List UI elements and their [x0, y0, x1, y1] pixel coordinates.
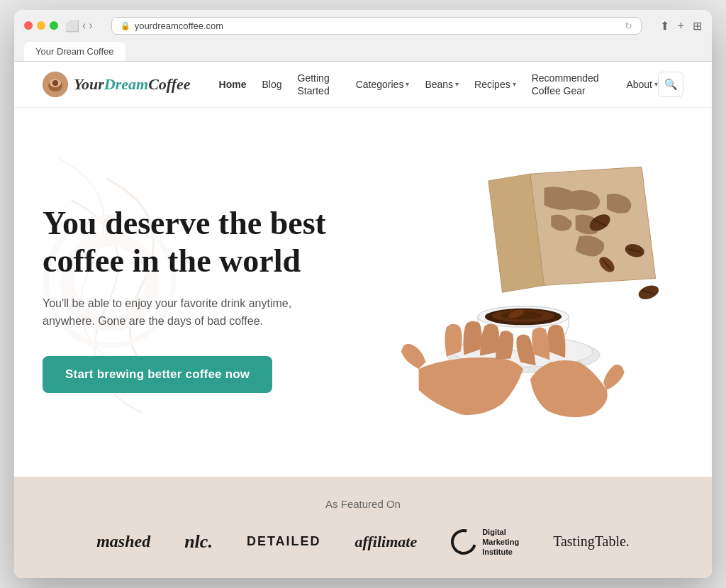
- nav-item-getting-started[interactable]: Getting Started: [298, 72, 340, 97]
- brand-mashed: mashed: [96, 532, 150, 551]
- browser-tab[interactable]: Your Dream Coffee: [24, 42, 125, 61]
- new-tab-icon[interactable]: +: [678, 19, 684, 33]
- svg-point-3: [52, 80, 58, 86]
- lock-icon: 🔒: [121, 21, 130, 30]
- featured-title: As Featured On: [43, 498, 683, 510]
- address-bar[interactable]: 🔒 yourdreamcoffee.com ↻: [111, 17, 642, 35]
- traffic-lights: [24, 21, 58, 30]
- nav-item-recipes[interactable]: Recipes ▾: [474, 79, 516, 90]
- nav-link-about[interactable]: About ▾: [626, 79, 658, 90]
- left-hand: [401, 321, 523, 414]
- logo-text: YourDreamCoffee: [74, 75, 191, 94]
- dmi-text: DigitalMarketingInstitute: [482, 527, 519, 558]
- website-content: YourDreamCoffee Home Blog Getting Starte…: [14, 62, 712, 579]
- nav-link-beans[interactable]: Beans ▾: [425, 79, 459, 90]
- grid-icon[interactable]: ⊞: [693, 19, 702, 33]
- beans-dropdown-arrow: ▾: [455, 80, 459, 88]
- url-text: yourdreamcoffee.com: [135, 21, 224, 31]
- brand-affilimate: affilimate: [355, 533, 418, 551]
- nav-item-categories[interactable]: Categories ▾: [356, 79, 410, 90]
- nav-arrows: ⬜ ‹ ›: [65, 19, 93, 33]
- back-button[interactable]: ‹: [82, 19, 86, 33]
- hero-illustration-container: [363, 150, 683, 448]
- brand-detailed: DETAILED: [247, 534, 321, 549]
- browser-window: ⬜ ‹ › 🔒 yourdreamcoffee.com ↻ ⬆ + ⊞ Your…: [14, 10, 712, 579]
- share-icon[interactable]: ⬆: [660, 19, 669, 33]
- hero-title: You deserve the best coffee in the world: [43, 205, 363, 280]
- nav-link-categories[interactable]: Categories ▾: [356, 79, 410, 90]
- site-nav: YourDreamCoffee Home Blog Getting Starte…: [14, 62, 712, 108]
- window-icon: ⬜: [65, 19, 79, 33]
- nav-item-home[interactable]: Home: [219, 78, 247, 91]
- recipes-dropdown-arrow: ▾: [513, 80, 516, 88]
- nav-link-recipes[interactable]: Recipes ▾: [474, 79, 516, 90]
- hero-section: You deserve the best coffee in the world…: [14, 108, 712, 477]
- browser-right-icons: ⬆ + ⊞: [660, 19, 702, 33]
- logo-icon: [43, 72, 68, 97]
- nav-link-home[interactable]: Home: [219, 79, 247, 90]
- hero-subtitle: You'll be able to enjoy your favorite dr…: [43, 294, 340, 331]
- tab-label: Your Dream Coffee: [35, 46, 114, 57]
- refresh-icon[interactable]: ↻: [625, 21, 632, 31]
- nav-links-list: Home Blog Getting Started Categories ▾ B…: [219, 72, 658, 97]
- nav-item-blog[interactable]: Blog: [262, 78, 282, 91]
- nav-item-gear[interactable]: Recommended Coffee Gear: [532, 72, 611, 97]
- logo-link[interactable]: YourDreamCoffee: [43, 72, 191, 97]
- close-button[interactable]: [24, 21, 33, 30]
- search-icon: 🔍: [664, 78, 678, 91]
- featured-section: As Featured On mashed nlc. DETAILED affi…: [14, 477, 712, 579]
- brand-nlc: nlc.: [184, 531, 213, 553]
- search-button[interactable]: 🔍: [658, 72, 683, 97]
- address-bar-container: 🔒 yourdreamcoffee.com ↻: [111, 17, 642, 35]
- fullscreen-button[interactable]: [50, 21, 58, 30]
- categories-dropdown-arrow: ▾: [406, 80, 409, 88]
- featured-logos-row: mashed nlc. DETAILED affilimate DigitalM…: [43, 527, 683, 558]
- dmi-circle-icon: [447, 524, 481, 559]
- nav-item-beans[interactable]: Beans ▾: [425, 79, 459, 90]
- browser-chrome: ⬜ ‹ › 🔒 yourdreamcoffee.com ↻ ⬆ + ⊞ Your…: [14, 10, 712, 62]
- cta-button[interactable]: Start brewing better coffee now: [43, 356, 272, 393]
- minimize-button[interactable]: [37, 21, 45, 30]
- hero-illustration: [363, 150, 683, 448]
- forward-button[interactable]: ›: [89, 19, 92, 33]
- brand-tasting-table: TastingTable.: [553, 533, 630, 550]
- hero-left-content: You deserve the best coffee in the world…: [43, 205, 363, 393]
- nav-link-gear[interactable]: Recommended Coffee Gear: [532, 72, 599, 96]
- nav-item-about[interactable]: About ▾: [626, 79, 658, 90]
- nav-link-blog[interactable]: Blog: [262, 79, 282, 90]
- nav-link-getting-started[interactable]: Getting Started: [298, 72, 330, 96]
- brand-dmi: DigitalMarketingInstitute: [451, 527, 519, 558]
